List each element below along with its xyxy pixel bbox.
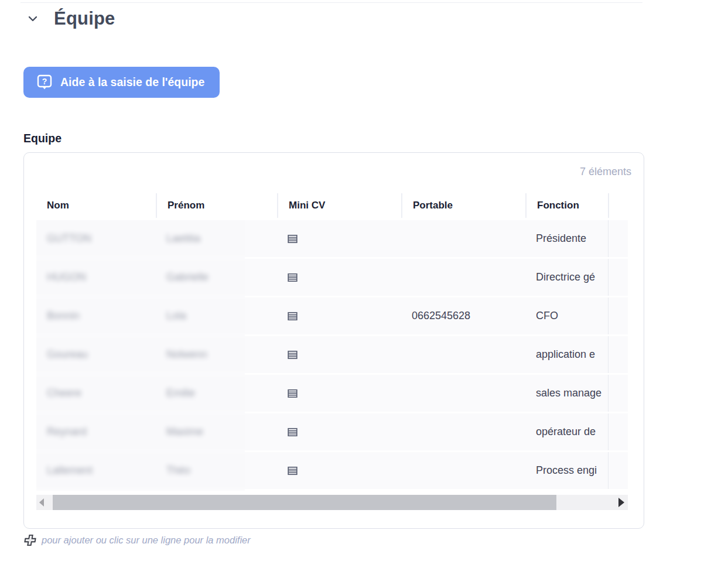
cell-overflow — [608, 413, 628, 450]
cell-portable — [401, 413, 525, 450]
table-row[interactable]: GUTTON Laetitia Présidente — [36, 220, 628, 257]
table-rows-icon — [288, 312, 298, 321]
help-bubble-icon: ? — [36, 74, 53, 91]
table-body: GUTTON Laetitia Présidente HUGON Gabriel… — [36, 220, 631, 489]
table-row[interactable]: Lallement Théo Process engi — [36, 452, 628, 489]
cell-minicv — [277, 375, 401, 412]
cell-portable — [401, 259, 525, 296]
table-row[interactable]: HUGON Gabrielle Directrice gé — [36, 259, 628, 296]
cell-fonction: Présidente — [525, 220, 608, 257]
triangle-right-icon — [618, 498, 624, 507]
add-row-plus-icon[interactable] — [22, 533, 38, 547]
cell-fonction: opérateur de — [525, 413, 608, 450]
cell-fonction: application e — [525, 336, 608, 373]
hint-text: pour ajouter ou clic sur une ligne pour … — [42, 535, 251, 546]
page-title: Équipe — [54, 8, 115, 29]
column-header-portable[interactable]: Portable — [401, 193, 525, 218]
team-table-card: 7 éléments Nom Prénom Mini CV Portable F… — [23, 152, 644, 529]
help-button-label: Aide à la saisie de l'équipe — [60, 76, 204, 89]
cell-overflow — [608, 336, 628, 373]
cell-prenom: Maxime — [156, 413, 277, 450]
top-divider — [20, 2, 642, 3]
scroll-right-arrow[interactable] — [616, 495, 627, 510]
table-header-row: Nom Prénom Mini CV Portable Fonction — [36, 192, 628, 219]
cell-portable — [401, 336, 525, 373]
chevron-down-icon — [27, 13, 39, 25]
table-rows-icon — [288, 234, 298, 244]
row-count-badge: 7 éléments — [36, 166, 631, 178]
section-header: Équipe — [26, 8, 115, 29]
triangle-left-icon — [39, 498, 44, 507]
cell-nom: Goureau — [36, 336, 156, 373]
cell-prenom: Emilie — [156, 375, 277, 412]
column-header-nom[interactable]: Nom — [36, 193, 156, 218]
cell-overflow — [608, 375, 628, 412]
cell-minicv — [277, 220, 401, 257]
cell-overflow — [608, 297, 628, 334]
svg-text:?: ? — [42, 76, 47, 85]
help-entry-button[interactable]: ? Aide à la saisie de l'équipe — [23, 67, 220, 98]
table-row[interactable]: Cheere Emilie sales manage — [36, 375, 628, 412]
cell-nom: GUTTON — [36, 220, 156, 257]
cell-prenom: Gabrielle — [156, 259, 277, 296]
table-row[interactable]: Goureau Nolwenn application e — [36, 336, 628, 373]
table-rows-icon — [288, 427, 298, 437]
cell-fonction: sales manage — [525, 375, 608, 412]
section-collapse-toggle[interactable] — [26, 12, 40, 26]
cell-fonction: CFO — [525, 297, 608, 334]
column-header-prenom[interactable]: Prénom — [156, 193, 277, 218]
cell-portable: 0662545628 — [401, 297, 525, 334]
table-label: Equipe — [23, 132, 61, 145]
scrollbar-thumb[interactable] — [53, 495, 556, 510]
cell-fonction: Process engi — [525, 452, 608, 489]
cell-minicv — [277, 259, 401, 296]
cell-minicv — [277, 452, 401, 489]
cell-portable — [401, 220, 525, 257]
cell-nom: HUGON — [36, 259, 156, 296]
table-row[interactable]: Bonnin Lola 0662545628 CFO — [36, 297, 628, 334]
column-header-minicv[interactable]: Mini CV — [277, 193, 401, 218]
table-rows-icon — [288, 389, 298, 398]
cell-prenom: Laetitia — [156, 220, 277, 257]
horizontal-scrollbar[interactable] — [36, 495, 628, 510]
cell-portable — [401, 375, 525, 412]
cell-fonction: Directrice gé — [525, 259, 608, 296]
table-rows-icon — [288, 273, 298, 282]
cell-nom: Bonnin — [36, 297, 156, 334]
table-row[interactable]: Reynard Maxime opérateur de — [36, 413, 628, 450]
table-rows-icon — [288, 350, 298, 360]
cell-minicv — [277, 413, 401, 450]
cell-nom: Lallement — [36, 452, 156, 489]
table-hint: pour ajouter ou clic sur une ligne pour … — [23, 533, 251, 547]
column-header-fonction[interactable]: Fonction — [525, 193, 608, 218]
cell-overflow — [608, 259, 628, 296]
cell-prenom: Nolwenn — [156, 336, 277, 373]
cell-portable — [401, 452, 525, 489]
scroll-left-arrow[interactable] — [36, 495, 47, 510]
cell-prenom: Lola — [156, 297, 277, 334]
cell-prenom: Théo — [156, 452, 277, 489]
column-header-spacer — [608, 193, 628, 218]
cell-minicv — [277, 297, 401, 334]
cell-nom: Cheere — [36, 375, 156, 412]
cell-overflow — [608, 452, 628, 489]
cell-nom: Reynard — [36, 413, 156, 450]
cell-overflow — [608, 220, 628, 257]
cell-minicv — [277, 336, 401, 373]
table-rows-icon — [288, 466, 298, 476]
